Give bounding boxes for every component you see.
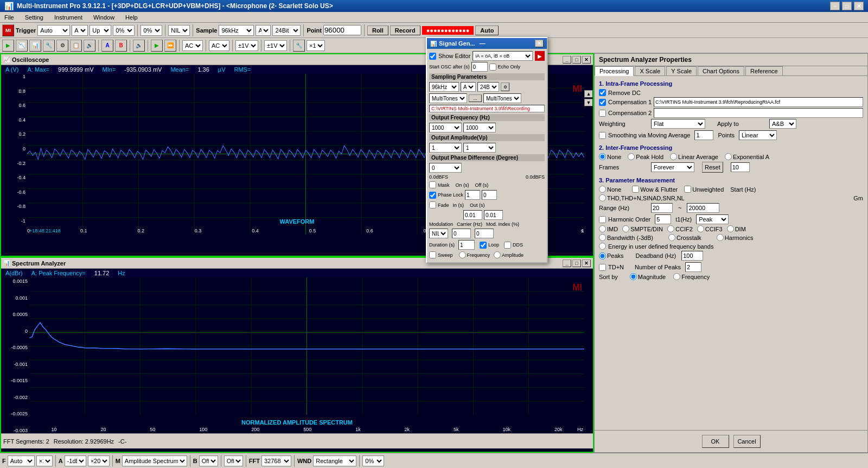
- volt-select2[interactable]: ±1V: [264, 40, 287, 51]
- sweep-amp-radio[interactable]: [494, 251, 501, 258]
- echo-only-checkbox[interactable]: [489, 64, 496, 71]
- run-icon[interactable]: ▶: [151, 40, 163, 52]
- dds-checkbox[interactable]: [504, 242, 511, 249]
- freq-select1[interactable]: 1000: [429, 123, 462, 132]
- b-channel-icon[interactable]: B: [115, 40, 127, 52]
- ac-select1[interactable]: AC: [182, 40, 203, 51]
- roll-button[interactable]: Roll: [367, 26, 388, 35]
- ccif2-radio[interactable]: [667, 225, 674, 232]
- pct1-select[interactable]: 0%: [113, 25, 135, 36]
- comp1-path-input[interactable]: [654, 97, 863, 107]
- cancel-button[interactable]: Cancel: [733, 435, 761, 448]
- amp-spec-select[interactable]: Amplitude Spectrum: [122, 456, 187, 466]
- channel-a-select[interactable]: A: [72, 25, 88, 36]
- spec-close[interactable]: ✕: [582, 260, 591, 267]
- exp-val-input[interactable]: [731, 162, 750, 172]
- bandwidth-radio[interactable]: [599, 234, 606, 241]
- smpte-radio[interactable]: [622, 225, 629, 232]
- settings2-icon[interactable]: 🔧: [293, 40, 305, 52]
- point-input[interactable]: [323, 25, 361, 35]
- freq-select2[interactable]: 1000: [463, 123, 496, 132]
- tab-reference[interactable]: Reference: [745, 66, 783, 75]
- osc-maximize[interactable]: □: [572, 56, 581, 64]
- menu-help[interactable]: Help: [123, 14, 140, 21]
- comp1-checkbox[interactable]: [599, 99, 606, 106]
- sp-ch-select[interactable]: A: [461, 82, 476, 92]
- harmonic-order-checkbox[interactable]: [599, 216, 606, 223]
- play-icon[interactable]: ▶: [2, 40, 14, 52]
- menu-file[interactable]: File: [2, 14, 16, 21]
- tool1-icon[interactable]: 🔧: [43, 40, 55, 52]
- harmonic-order-input[interactable]: [655, 214, 671, 224]
- frames-select[interactable]: Forever: [651, 162, 694, 172]
- peak-hold-radio[interactable]: [628, 153, 635, 160]
- linear-select[interactable]: Linear: [739, 130, 777, 140]
- pl-val1-input[interactable]: [465, 190, 480, 200]
- td-n-checkbox[interactable]: [599, 264, 606, 271]
- show-editor-checkbox[interactable]: [429, 53, 436, 60]
- tab-x-scale[interactable]: X Scale: [635, 66, 665, 75]
- param-none-radio[interactable]: [599, 186, 606, 193]
- sort-magnitude-radio[interactable]: [630, 273, 637, 280]
- comp2-path-input[interactable]: [654, 108, 863, 118]
- amp-select2[interactable]: 1: [463, 143, 496, 153]
- crosstalk-radio[interactable]: [668, 234, 675, 241]
- duration-input[interactable]: [458, 240, 475, 250]
- apply-to-select[interactable]: A&B: [769, 119, 796, 129]
- rectangle-select[interactable]: Rectangle: [313, 456, 356, 466]
- reset-button[interactable]: Reset: [702, 162, 723, 173]
- remove-dc-checkbox[interactable]: [599, 89, 606, 96]
- fade-in-input[interactable]: [463, 210, 482, 220]
- nil-mod-select[interactable]: NIL: [429, 229, 448, 238]
- minimize-button[interactable]: ─: [830, 2, 840, 10]
- loop-checkbox[interactable]: [480, 242, 487, 249]
- a-channel-icon[interactable]: A: [101, 40, 113, 52]
- range-from-input[interactable]: [651, 203, 673, 213]
- mask-checkbox[interactable]: [429, 181, 436, 188]
- x200-select[interactable]: ×200: [88, 456, 110, 466]
- multitones-select1[interactable]: MultiTones: [429, 93, 467, 103]
- bit-select[interactable]: 24Bit: [272, 25, 301, 36]
- peaks-radio[interactable]: [599, 252, 606, 260]
- f-x1-select[interactable]: ×1: [36, 456, 53, 466]
- smoothing-points-input[interactable]: [694, 130, 713, 140]
- tool2-icon[interactable]: ⚙: [56, 40, 68, 52]
- sp-settings-btn[interactable]: ⚙: [501, 83, 509, 91]
- menu-window[interactable]: Window: [91, 14, 117, 21]
- maximize-button[interactable]: □: [842, 2, 852, 10]
- start-osc-input[interactable]: [471, 62, 488, 72]
- num-peaks-input[interactable]: [685, 262, 701, 272]
- weighting-select[interactable]: Flat: [651, 119, 705, 129]
- spec-minimize[interactable]: _: [563, 260, 571, 267]
- none-radio[interactable]: [599, 153, 606, 160]
- editor-select[interactable]: iA = oA, iB = oB: [473, 51, 533, 61]
- linear-avg-radio[interactable]: [670, 153, 677, 160]
- dots-btn[interactable]: ...: [469, 94, 482, 102]
- record-button[interactable]: Record: [390, 26, 420, 35]
- volt-select1[interactable]: ±1V: [235, 40, 258, 51]
- pct2-select[interactable]: 0%: [141, 25, 162, 36]
- spectrum-icon[interactable]: 📊: [29, 40, 41, 52]
- menu-instrument[interactable]: Instrument: [52, 14, 85, 21]
- wow-flutter-checkbox[interactable]: [632, 186, 639, 193]
- f-auto-select[interactable]: Auto: [8, 456, 35, 466]
- deadband-input[interactable]: [681, 251, 703, 261]
- osc-scroll-down[interactable]: ▼: [584, 99, 593, 106]
- trigger-select[interactable]: Auto: [37, 25, 70, 36]
- close-button[interactable]: ✕: [854, 2, 864, 10]
- sample-select[interactable]: 96kHz: [219, 25, 254, 36]
- thd-radio[interactable]: [599, 194, 606, 201]
- x1-select[interactable]: ×1: [307, 40, 325, 51]
- imd-radio[interactable]: [599, 225, 606, 232]
- off-select2[interactable]: Off: [224, 456, 243, 466]
- phase-lock-checkbox[interactable]: [429, 192, 436, 199]
- ccif3-radio[interactable]: [697, 225, 704, 232]
- off-select1[interactable]: Off: [199, 456, 218, 466]
- fade-out-input[interactable]: [484, 210, 503, 220]
- sweep-checkbox[interactable]: [429, 251, 436, 258]
- nil-select[interactable]: NIL: [168, 25, 190, 36]
- fade-checkbox[interactable]: [429, 201, 436, 208]
- dim-radio[interactable]: [727, 225, 734, 232]
- multitones-select2[interactable]: MultiTones: [483, 93, 521, 103]
- tab-chart-options[interactable]: Chart Options: [698, 66, 744, 75]
